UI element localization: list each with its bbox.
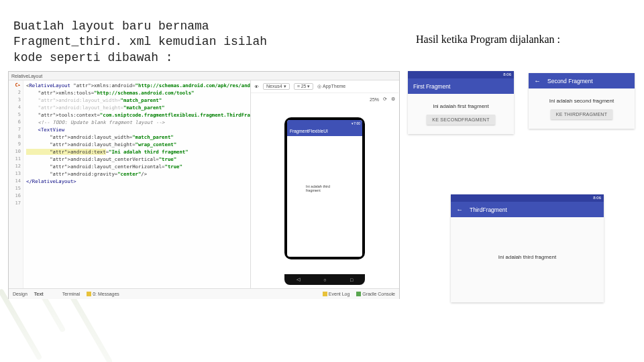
phone-navbar: ◁ ○ □ — [284, 274, 365, 285]
tab-design[interactable]: Design — [13, 292, 28, 297]
tool-messages[interactable]: 0: Messages — [87, 292, 119, 297]
eye-icon[interactable]: 👁 — [254, 84, 259, 89]
api-selector[interactable]: ≡ 25 ▾ — [294, 83, 314, 90]
shot1-appbar: First Fragment — [408, 78, 514, 94]
tool-gradle-console[interactable]: Gradle Console — [356, 292, 395, 297]
shot2-title: Second Fragment — [547, 78, 593, 84]
tab-text[interactable]: Text — [34, 292, 44, 297]
line-gutter: C▸234567891011121314151617 — [9, 80, 23, 288]
screenshot-second-fragment: ← Second Fragment Ini adalah second frag… — [529, 73, 635, 129]
instruction-text: Buatlah layout baru bernamaFragment_thir… — [13, 19, 335, 66]
result-heading: Hasil ketika Program dijalankan : — [416, 34, 560, 46]
shot3-appbar: ← ThirdFragment — [451, 202, 604, 217]
shot3-title: ThirdFragment — [470, 206, 507, 213]
phone-statusbar: ▾7:00 — [287, 120, 362, 127]
nav-back-icon: ◁ — [297, 277, 300, 282]
tool-event-log[interactable]: Event Log — [323, 292, 350, 297]
phone-appbar: FragmentFlexibleUI — [287, 127, 362, 136]
ide-tab[interactable]: RelativeLayout — [11, 74, 42, 78]
shot1-statusbar: 8:06 — [408, 71, 514, 78]
shot1-button[interactable]: KE SECONDFRAGMENT — [427, 115, 495, 125]
shot2-button[interactable]: KE THIRDFRAGMENT — [551, 109, 613, 119]
nav-home-icon: ○ — [323, 278, 326, 282]
shot2-body-text: Ini adalah second fragment — [538, 98, 625, 104]
shot2-appbar: ← Second Fragment — [529, 73, 635, 88]
device-selector[interactable]: Nexus4 ▾ — [263, 83, 290, 90]
shot1-body-text: Ini adalah first fragment — [417, 103, 504, 109]
shot3-body-text: Ini adalah third fragment — [460, 254, 594, 260]
refresh-icon[interactable]: ⟳ — [383, 97, 387, 102]
ide-tabbar: RelativeLayout — [9, 72, 399, 80]
screenshot-first-fragment: 8:06 First Fragment Ini adalah first fra… — [408, 71, 514, 134]
zoom-level[interactable]: 25% — [370, 97, 379, 102]
tool-terminal[interactable]: Terminal — [62, 292, 80, 297]
screenshot-third-fragment: 8:06 ← ThirdFragment Ini adalah third fr… — [451, 194, 604, 302]
preview-toolbar: 👁 Nexus4 ▾ ≡ 25 ▾ ◎ AppTheme — [251, 80, 398, 93]
layout-preview-pane: 👁 Nexus4 ▾ ≡ 25 ▾ ◎ AppTheme 25% ⟳ ⚙ ▾7:… — [250, 80, 398, 288]
shot3-statusbar: 8:06 — [451, 194, 604, 202]
back-icon[interactable]: ← — [534, 77, 541, 84]
settings-icon[interactable]: ⚙ — [391, 97, 395, 102]
device-frame: ▾7:00 FragmentFlexibleUI Ini adalah thir… — [284, 117, 365, 259]
ide-window: RelativeLayout C▸23456789101112131415161… — [8, 71, 400, 299]
nav-recent-icon: □ — [350, 278, 353, 282]
back-icon[interactable]: ← — [456, 206, 463, 213]
code-editor[interactable]: <RelativeLayout "attr">xmlns:android="ht… — [23, 80, 250, 288]
phone-center-text: Ini adalah third fragment — [306, 184, 343, 192]
theme-selector[interactable]: ◎ AppTheme — [317, 84, 345, 89]
